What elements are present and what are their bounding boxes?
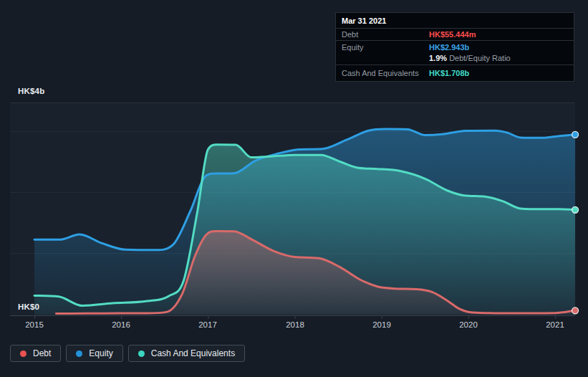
x-tick-2021: 2021 [539,320,571,329]
tooltip-debt-value: HK$55.444m [429,30,476,39]
legend-item-equity[interactable]: Equity [66,345,122,362]
debt-series-swatch-icon [20,350,26,357]
x-tick-2018: 2018 [279,320,311,329]
y-axis-max-label: HK$4b [18,87,44,95]
tooltip-equity-label: Equity [342,43,429,52]
tooltip-equity-value: HK$2.943b [429,43,469,52]
legend-item-debt[interactable]: Debt [10,345,61,362]
tooltip: Mar 31 2021 Debt HK$55.444m Equity HK$2.… [335,12,574,82]
x-tick-2019: 2019 [366,320,397,329]
debt-endpoint-marker [572,307,579,314]
legend-cash-label: Cash And Equivalents [151,348,235,358]
tooltip-cash-label: Cash And Equivalents [342,69,429,77]
tooltip-cash-row: Cash And Equivalents HK$1.708b [336,65,574,81]
y-axis-zero-label: HK$0 [18,302,39,311]
x-tick-2016: 2016 [105,320,137,329]
legend: Debt Equity Cash And Equivalents [10,345,245,362]
legend-item-cash[interactable]: Cash And Equivalents [128,345,245,362]
equity-series-swatch-icon [76,350,82,357]
cash-endpoint-marker [572,206,579,213]
cash-series-swatch-icon [138,350,145,357]
tooltip-debt-row: Debt HK$55.444m [336,29,574,41]
x-tick-2015: 2015 [19,320,50,329]
chart-panel: HK$4b HK$0 2015 2016 2017 2018 2019 2020… [0,0,588,377]
legend-debt-label: Debt [33,348,51,358]
tooltip-date: Mar 31 2021 [336,13,574,29]
legend-equity-label: Equity [89,348,112,358]
tooltip-equity-row: Equity HK$2.943b 1.9% Debt/Equity Ratio [336,41,574,65]
tooltip-cash-value: HK$1.708b [429,69,469,77]
equity-endpoint-marker [572,131,579,138]
x-tick-2020: 2020 [453,320,484,329]
x-tick-2017: 2017 [192,320,223,329]
tooltip-debt-equity-ratio: 1.9% Debt/Equity Ratio [336,53,574,65]
tooltip-debt-label: Debt [342,30,429,39]
